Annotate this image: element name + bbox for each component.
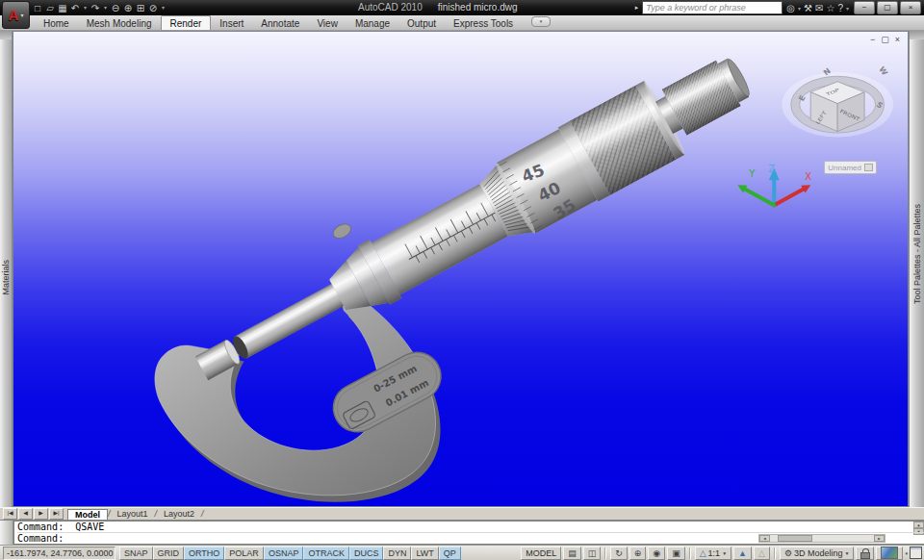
infocenter-expander[interactable]: ▸ [635, 4, 639, 12]
pan-icon[interactable]: ↻ [610, 547, 628, 560]
sheet-set-icon[interactable]: ⊞ [136, 2, 145, 14]
tab-layout2[interactable]: Layout2 [157, 509, 201, 519]
toggle-snap[interactable]: SNAP [119, 547, 153, 560]
minimize-button[interactable]: − [854, 1, 875, 14]
close-button[interactable]: × [900, 1, 921, 14]
workspace-label: 3D Modeling [794, 547, 843, 559]
toggle-dyn[interactable]: DYN [383, 547, 411, 560]
tray-menu-caret[interactable]: ▾ [905, 550, 908, 556]
drawing-viewport[interactable]: − ▢ × Unnamed [13, 31, 909, 507]
drawing-status-image [881, 547, 898, 559]
tab-express-tools[interactable]: Express Tools [445, 16, 522, 30]
prev-tab-button[interactable]: ◀ [18, 508, 33, 520]
clean-screen-button[interactable] [910, 547, 922, 559]
save-icon[interactable]: ▦ [58, 2, 67, 14]
tool-palettes-collapsed[interactable]: Tool Palettes - All Palettes [909, 31, 924, 507]
show-motion-icon[interactable]: ▣ [667, 547, 685, 560]
annotation-scale-caret: ▼ [722, 547, 727, 559]
quick-view-layouts-icon[interactable]: ▤ [563, 547, 581, 560]
open-file-icon[interactable]: ▱ [45, 2, 55, 14]
workspace: Materials − ▢ × Unnamed [0, 31, 924, 507]
drawing-close-button[interactable]: × [895, 36, 900, 44]
first-tab-button[interactable]: |◀ [3, 508, 17, 520]
tab-model[interactable]: Model [67, 509, 108, 520]
communication-center-icon[interactable]: ✉ [815, 3, 823, 13]
window-controls: − ▢ × [854, 1, 921, 14]
drawing-minimize-button[interactable]: − [870, 36, 875, 44]
redo-icon[interactable]: ↷ [90, 2, 100, 14]
command-prompt-line[interactable]: Command: [17, 532, 924, 544]
annotation-scale-button[interactable]: △ 1:1 ▼ [695, 547, 732, 560]
annotation-scale-value: 1:1 [708, 547, 721, 559]
separator [774, 547, 776, 559]
tab-insert[interactable]: Insert [211, 16, 252, 30]
status-tray-button[interactable] [876, 547, 903, 560]
tab-output[interactable]: Output [398, 16, 445, 30]
spindle-lock-lever[interactable] [330, 221, 353, 242]
tab-render[interactable]: Render [161, 15, 212, 30]
command-window[interactable]: Command: _QSAVE ▲ ▼ ◀ ▶ Command: [0, 520, 924, 545]
materials-palette-collapsed[interactable]: Materials [0, 31, 13, 507]
new-file-icon[interactable]: □ [33, 2, 42, 14]
tab-mesh-modeling[interactable]: Mesh Modeling [78, 16, 161, 30]
toggle-lwt[interactable]: LWT [411, 547, 438, 560]
annotation-visibility-icon[interactable]: ▲ [733, 547, 752, 560]
drawing-restore-button[interactable]: ▢ [881, 36, 889, 44]
help-menu-caret[interactable]: ▾ [846, 5, 849, 12]
model-space-button[interactable]: MODEL [521, 547, 561, 560]
compass-west[interactable]: W [877, 65, 889, 78]
command-window-drag-handle[interactable] [0, 521, 13, 545]
minimize-ribbon-button[interactable]: ▾ [531, 16, 551, 27]
viewport-canvas[interactable]: 0-25 mm 0.01 mm [13, 32, 908, 506]
redo-menu-caret[interactable]: ▾ [103, 2, 108, 14]
viewcube[interactable]: N W S E TOP LEFT FRONT [782, 65, 893, 138]
search-input[interactable] [642, 1, 783, 14]
last-tab-button[interactable]: ▶| [49, 508, 64, 520]
view-name-chip[interactable]: Unnamed [824, 161, 877, 174]
materials-palette-title: Materials [1, 260, 11, 295]
coordinates-display[interactable]: -161.7974, 24.7706, 0.0000 [3, 547, 116, 560]
toggle-ortho[interactable]: ORTHO [184, 547, 224, 560]
tab-layout1[interactable]: Layout1 [111, 509, 155, 519]
tool-palettes-grip[interactable] [910, 31, 924, 39]
tab-view[interactable]: View [308, 16, 346, 30]
copy-icon[interactable]: ⊕ [123, 2, 133, 14]
application-menu-button[interactable]: A ▾ [2, 1, 30, 29]
annotation-auto-scale-icon[interactable]: △ [754, 547, 770, 560]
steering-wheel-icon[interactable]: ◉ [648, 547, 665, 560]
workspace-caret: ▼ [845, 547, 850, 559]
toggle-qp[interactable]: QP [439, 547, 461, 560]
scroll-up-icon[interactable]: ▲ [913, 522, 924, 528]
app-menu-caret: ▾ [20, 12, 23, 18]
micrometer-barrel-assembly[interactable]: 45 40 35 [182, 38, 763, 406]
workspace-switcher[interactable]: ⚙ 3D Modeling ▼ [780, 547, 855, 560]
tab-annotate[interactable]: Annotate [252, 16, 308, 30]
toggle-ducs[interactable]: DUCS [349, 547, 384, 560]
toggle-polar[interactable]: POLAR [224, 547, 264, 560]
restore-button[interactable]: ▢ [877, 1, 898, 14]
lock-icon [860, 548, 869, 558]
undo-icon[interactable]: ↶ [70, 2, 80, 14]
quick-view-drawings-icon[interactable]: ◫ [583, 547, 602, 560]
customize-qat-caret[interactable]: ▾ [161, 2, 166, 14]
help-icon[interactable]: ? [837, 3, 843, 13]
toggle-grid[interactable]: GRID [153, 547, 185, 560]
toolbar-lock-button[interactable] [856, 547, 874, 560]
toggle-osnap[interactable]: OSNAP [264, 547, 304, 560]
search-menu-caret[interactable]: ▾ [798, 5, 801, 12]
favorites-icon[interactable]: ☆ [826, 3, 834, 13]
tab-home[interactable]: Home [35, 16, 78, 30]
toggle-otrack[interactable]: OTRACK [303, 547, 349, 560]
search-icon[interactable]: ◎ [786, 3, 795, 13]
undo-menu-caret[interactable]: ▾ [83, 2, 88, 14]
ucs-icon: Z X Y [737, 164, 811, 205]
zoom-icon[interactable]: ⊕ [629, 547, 647, 560]
tab-separator: / [201, 509, 204, 519]
status-toggles: SNAP GRID ORTHO POLAR OSNAP OTRACK DUCS … [119, 547, 461, 560]
materials-palette-grip[interactable] [0, 31, 12, 39]
tab-manage[interactable]: Manage [346, 16, 398, 30]
next-tab-button[interactable]: ▶ [34, 508, 48, 520]
subscription-center-icon[interactable]: ⚒ [804, 3, 812, 13]
plot-icon[interactable]: ⊖ [111, 2, 120, 14]
erase-icon[interactable]: ⊘ [148, 2, 158, 14]
